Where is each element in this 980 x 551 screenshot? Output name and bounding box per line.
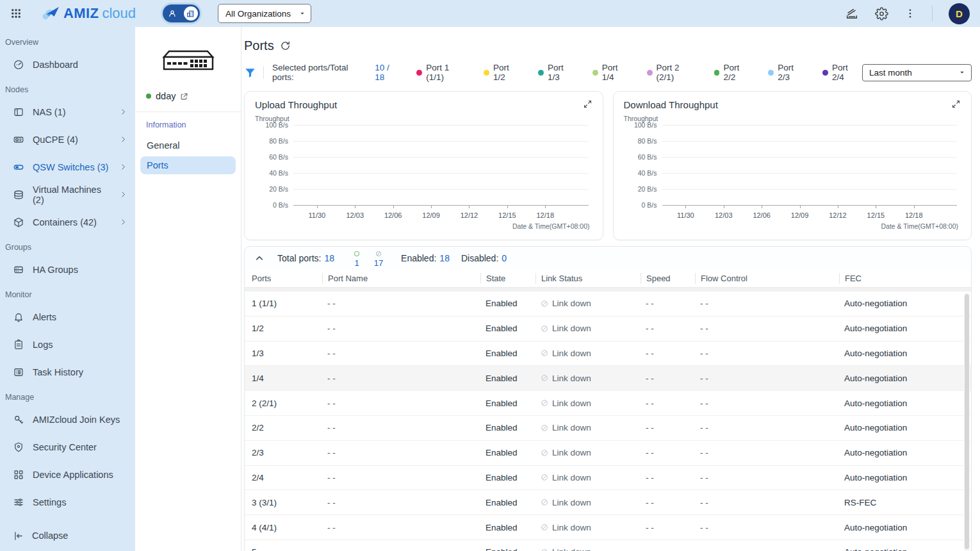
sidebar-item-label: QuCPE (4) [33,135,111,145]
table-row-port-3-3-1[interactable]: 3 (3/1)- -EnabledLink down- -- -RS-FEC [245,490,971,515]
cell-fec: Auto-negotiation [839,473,971,482]
legend-chip-port-2-2-1[interactable]: Port 2 (2/1) [647,63,699,82]
cell-ports: 2/2 [247,423,322,432]
sidebar-item-settings[interactable]: Settings [0,488,135,516]
table-summary-row: Total ports: 18 1 17 Enabled: 18 Disable… [245,247,971,270]
sidebar-item-task-history[interactable]: Task History [0,358,135,386]
sidebar-item-label: QSW Switches (3) [33,162,111,172]
page-title: Ports [244,38,274,53]
legend-chip-port-2-4[interactable]: Port 2/4 [822,63,862,82]
cell-link-status: Link down [535,349,641,358]
scrollbar-thumb[interactable] [965,294,969,549]
collapse-table-icon[interactable] [254,253,265,263]
avatar[interactable]: D [949,3,970,24]
table-row-port-2-3[interactable]: 2/3- -EnabledLink down- -- -Auto-negotia… [245,441,971,466]
table-row-port-2-4[interactable]: 2/4- -EnabledLink down- -- -Auto-negotia… [245,466,971,491]
x-tick-label: 12/12 [829,211,847,219]
cell-link-status: Link down [535,448,641,457]
device-menu-item-general[interactable]: General [140,136,236,154]
organization-select[interactable]: All Organizations [218,4,311,23]
link-down-icon [541,300,548,308]
device-menu-item-ports[interactable]: Ports [140,156,236,174]
filter-icon[interactable] [244,67,256,79]
horizontal-scrollbar[interactable] [245,287,971,292]
sidebar-item-amizcloud-join-keys[interactable]: AMIZcloud Join Keys [0,406,135,433]
table-row-port-1-1-1[interactable]: 1 (1/1)- -EnabledLink down- -- -Auto-neg… [245,292,971,317]
logs-icon [13,339,24,350]
switch-device-image [135,47,241,74]
chevron-right-icon [119,108,127,116]
table-row-port-5[interactable]: 5- -EnabledLink down- -- -Auto-negotiati… [245,540,971,551]
sidebar-item-qucpe-4[interactable]: QuCPE (4) [0,126,135,153]
external-link-icon[interactable] [180,92,188,101]
x-tick-label: 12/09 [791,211,809,219]
cell-link-status: Link down [535,399,641,408]
time-range-select[interactable]: Last month [862,64,972,81]
sidebar-section-overview: Overview [0,31,135,51]
cell-port-name: - - [322,448,480,457]
task-queue-icon[interactable] [845,6,859,21]
sidebar: OverviewDashboardNodesNAS (1)QuCPE (4)QS… [0,27,135,551]
chevron-right-icon [119,190,127,199]
legend-chip-port-1-3[interactable]: Port 1/3 [538,63,578,82]
cell-fec: Auto-negotiation [839,448,971,457]
cell-flow-control: - - [695,349,839,358]
sidebar-item-alerts[interactable]: Alerts [0,303,135,331]
cell-link-status: Link down [535,547,641,551]
legend-chip-port-1-4[interactable]: Port 1/4 [592,63,632,82]
link-up-icon [354,249,360,258]
sidebar-item-logs[interactable]: Logs [0,331,135,358]
table-row-port-1-4[interactable]: 1/4- -EnabledLink down- -- -Auto-negotia… [245,366,971,391]
sidebar-item-virtual-machines-2[interactable]: Virtual Machines (2) [0,181,135,208]
x-tick-label: 12/12 [461,211,478,219]
expand-chart-icon[interactable] [583,99,592,109]
sidebar-item-label: Alerts [33,312,127,322]
sidebar-item-device-applications[interactable]: Device Applications [0,461,135,488]
cell-speed: - - [641,299,695,308]
sidebar-item-qsw-switches-3[interactable]: QSW Switches (3) [0,153,135,181]
cell-ports: 4 (4/1) [247,523,322,532]
sidebar-item-nas-1[interactable]: NAS (1) [0,98,135,126]
cell-fec: Auto-negotiation [839,423,971,432]
collapse-button[interactable]: Collapse [0,520,135,551]
sidebar-item-security-center[interactable]: Security Center [0,433,135,461]
vm-icon [13,189,24,201]
table-row-port-2-2[interactable]: 2/2- -EnabledLink down- -- -Auto-negotia… [245,416,971,441]
app-launcher-icon[interactable] [10,8,22,19]
organization-select-value: All Organizations [225,9,291,19]
table-row-port-2-2-1[interactable]: 2 (2/1)- -EnabledLink down- -- -Auto-neg… [245,391,971,416]
table-row-port-4-4-1[interactable]: 4 (4/1)- -EnabledLink down- -- -Auto-neg… [245,515,971,540]
legend-dot [538,70,544,76]
sidebar-item-containers-42[interactable]: Containers (42) [0,208,135,236]
legend-dot [647,70,653,76]
cell-fec: Auto-negotiation [839,374,971,383]
scope-toggle[interactable] [163,4,200,22]
refresh-icon[interactable] [280,40,291,51]
menu-header: Information [135,112,241,135]
column-header-state: State [480,273,535,284]
vertical-scrollbar[interactable] [964,293,970,551]
legend-chip-port-2-2[interactable]: Port 2/2 [714,63,754,82]
cell-state: Enabled [480,324,535,333]
expand-chart-icon[interactable] [951,99,961,109]
building-icon [184,6,198,21]
legend-chip-port-1-2[interactable]: Port 1/2 [484,63,523,82]
sidebar-item-ha-groups[interactable]: HA Groups [0,256,135,283]
kebab-menu-icon[interactable] [904,8,916,19]
sidebar-item-organization[interactable]: Organization [0,516,135,520]
legend-chip-port-2-3[interactable]: Port 2/3 [768,63,808,82]
table-row-port-1-3[interactable]: 1/3- -EnabledLink down- -- -Auto-negotia… [245,341,971,366]
device-panel: dday Information GeneralPorts [135,27,241,551]
cell-flow-control: - - [695,473,839,482]
cell-speed: - - [641,349,695,358]
cell-link-status: Link down [535,523,641,532]
gear-icon[interactable] [875,7,888,21]
link-down-icon [541,523,548,531]
cell-link-status: Link down [535,473,641,482]
sidebar-item-dashboard[interactable]: Dashboard [0,51,135,78]
cell-fec: Auto-negotiation [839,299,971,308]
topbar: AMIZcloud All Organizations D [0,0,980,27]
legend-chip-port-1-1-1[interactable]: Port 1 (1/1) [416,63,469,82]
legend-label: Port 2/2 [723,63,753,82]
table-row-port-1-2[interactable]: 1/2- -EnabledLink down- -- -Auto-negotia… [245,317,971,341]
